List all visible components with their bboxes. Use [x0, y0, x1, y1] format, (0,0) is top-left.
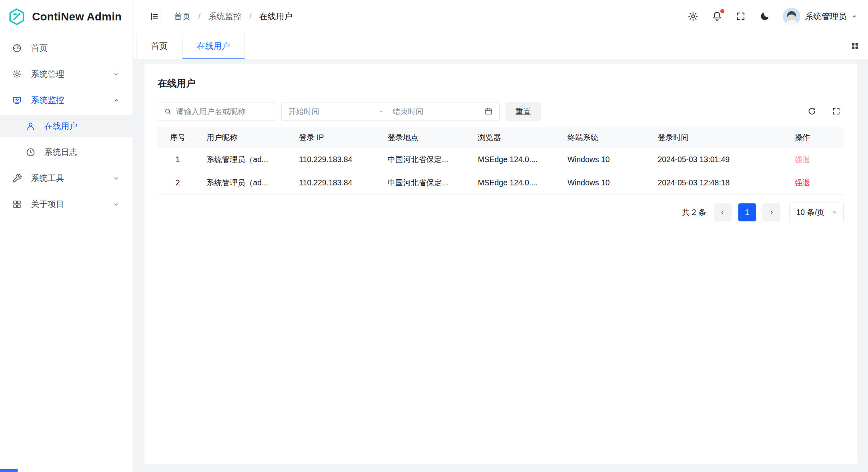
sidebar-item-about-project[interactable]: 关于项目	[0, 193, 132, 215]
notification-bell-icon[interactable]	[712, 11, 723, 22]
sidebar-item-online-users[interactable]: 在线用户	[0, 115, 132, 137]
col-header-browser: 浏览器	[469, 127, 559, 148]
pagination-total: 共 2 条	[682, 207, 706, 218]
col-header-no: 序号	[158, 127, 198, 148]
main-content: 在线用户 开始时间 - 结束时间 重置	[133, 59, 868, 472]
menu-fold-icon	[149, 11, 160, 22]
sidebar-item-label: 首页	[31, 42, 48, 54]
user-menu[interactable]: 系统管理员	[783, 8, 858, 25]
sidebar-item-label: 关于项目	[31, 199, 64, 210]
sidebar-collapse-button[interactable]	[147, 9, 162, 24]
cell-login-time: 2024-05-03 13:01:49	[649, 148, 786, 171]
search-input[interactable]	[176, 107, 269, 116]
cell-login-time: 2024-05-03 12:48:18	[649, 171, 786, 195]
sidebar-bottom-indicator	[0, 469, 18, 472]
tab-label: 首页	[151, 40, 168, 52]
table-row: 2 系统管理员（ad... 110.229.183.84 中国河北省保定... …	[158, 171, 844, 195]
grid-icon	[12, 199, 22, 209]
chevron-down-icon	[831, 209, 838, 216]
page-size-select[interactable]: 10 条/页	[789, 203, 844, 223]
sidebar-item-label: 系统工具	[31, 173, 64, 184]
sidebar-item-label: 在线用户	[44, 121, 78, 132]
col-header-os: 终端系统	[559, 127, 649, 148]
tab-bar: 首页 在线用户	[133, 33, 868, 59]
header-actions: 系统管理员	[688, 8, 858, 25]
app-title: ContiNew Admin	[32, 10, 122, 23]
tab-home[interactable]: 首页	[136, 33, 182, 59]
fullscreen-icon[interactable]	[735, 11, 746, 22]
force-logout-link[interactable]: 强退	[794, 155, 810, 164]
sidebar-item-label: 系统监控	[31, 94, 64, 106]
page-1-button[interactable]: 1	[738, 203, 756, 221]
page-title: 在线用户	[158, 77, 844, 90]
reset-button[interactable]: 重置	[505, 102, 541, 121]
col-header-nickname: 用户昵称	[198, 127, 290, 148]
wrench-icon	[12, 173, 22, 183]
gear-icon	[12, 69, 22, 79]
cell-os: Windows 10	[559, 148, 649, 171]
sidebar-menu: 首页 系统管理 系统监控 在线用户 系统日志 系统工具	[0, 33, 132, 219]
breadcrumb-home[interactable]: 首页	[174, 11, 190, 22]
tab-online-users[interactable]: 在线用户	[182, 33, 245, 59]
cell-browser: MSEdge 124.0....	[469, 171, 559, 195]
sidebar-item-home[interactable]: 首页	[0, 37, 132, 59]
col-header-ip: 登录 IP	[290, 127, 379, 148]
app-logo[interactable]: ContiNew Admin	[0, 0, 132, 33]
force-logout-link[interactable]: 强退	[794, 178, 810, 187]
sidebar-item-system-monitor[interactable]: 系统监控	[0, 89, 132, 111]
dark-mode-moon-icon[interactable]	[759, 11, 770, 22]
cell-actions: 强退	[786, 171, 844, 195]
chevron-down-icon	[112, 175, 120, 182]
toolbar: 开始时间 - 结束时间 重置	[158, 102, 844, 121]
search-input-wrapper	[158, 102, 275, 121]
sidebar-item-system-logs[interactable]: 系统日志	[0, 141, 132, 163]
table-tools	[807, 106, 844, 116]
cell-browser: MSEdge 124.0....	[469, 148, 559, 171]
next-page-button[interactable]	[762, 203, 780, 221]
breadcrumb-online-users: 在线用户	[259, 11, 293, 22]
breadcrumb-system-monitor[interactable]: 系统监控	[208, 11, 241, 22]
refresh-icon[interactable]	[807, 106, 817, 116]
user-name: 系统管理员	[805, 11, 847, 22]
chevron-down-icon	[112, 201, 120, 208]
chevron-left-icon	[719, 209, 726, 216]
dashboard-icon	[12, 43, 22, 53]
cell-no: 1	[158, 148, 198, 171]
pagination: 共 2 条 1 10 条/页	[158, 203, 844, 223]
date-range-picker[interactable]: 开始时间 - 结束时间	[281, 102, 500, 121]
cell-ip: 110.229.183.84	[290, 171, 379, 195]
breadcrumb-separator: /	[198, 12, 200, 21]
sidebar-item-label: 系统管理	[31, 68, 64, 80]
chevron-up-icon	[112, 96, 120, 104]
cell-no: 2	[158, 171, 198, 195]
chevron-down-icon	[851, 13, 858, 20]
breadcrumb-separator: /	[249, 12, 252, 21]
tab-label: 在线用户	[197, 40, 230, 52]
logo-icon	[8, 8, 26, 26]
table-header-row: 序号 用户昵称 登录 IP 登录地点 浏览器 终端系统 登录时间 操作	[158, 127, 844, 148]
sidebar-item-system-management[interactable]: 系统管理	[0, 63, 132, 85]
calendar-icon	[484, 107, 493, 116]
sidebar-item-system-tools[interactable]: 系统工具	[0, 167, 132, 189]
cell-ip: 110.229.183.84	[290, 148, 379, 171]
chevron-down-icon	[112, 70, 120, 78]
cell-nickname: 系统管理员（ad...	[198, 148, 290, 171]
content-card: 在线用户 开始时间 - 结束时间 重置	[144, 64, 857, 464]
col-header-actions: 操作	[786, 127, 844, 148]
page-size-value: 10 条/页	[796, 207, 824, 218]
table-row: 1 系统管理员（ad... 110.229.183.84 中国河北省保定... …	[158, 148, 844, 171]
expand-icon[interactable]	[832, 106, 841, 116]
online-users-table: 序号 用户昵称 登录 IP 登录地点 浏览器 终端系统 登录时间 操作 1	[158, 127, 844, 195]
settings-icon[interactable]	[688, 11, 699, 22]
app-root: ContiNew Admin 首页 系统管理 系统监控 在线用户	[0, 0, 868, 472]
chevron-right-icon	[768, 209, 775, 216]
top-header: 首页 / 系统监控 / 在线用户 系统管理员	[133, 0, 868, 33]
user-icon	[26, 121, 36, 131]
tab-list-grid-icon[interactable]	[850, 41, 860, 51]
prev-page-button[interactable]	[714, 203, 732, 221]
date-end-placeholder: 结束时间	[393, 106, 484, 117]
cell-os: Windows 10	[559, 171, 649, 195]
clock-icon	[26, 147, 36, 157]
avatar	[783, 8, 800, 25]
col-header-location: 登录地点	[379, 127, 469, 148]
